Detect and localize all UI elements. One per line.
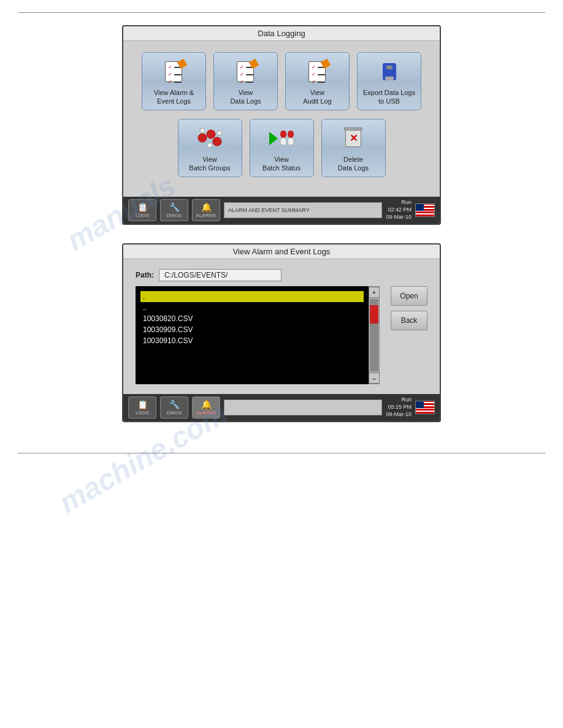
- checklist-icon-2: ✓ ✓ ✓: [234, 60, 258, 83]
- export-usb-btn[interactable]: Export Data Logsto USB: [357, 52, 421, 110]
- file-item-dotdot[interactable]: ..: [140, 302, 364, 313]
- logs-btn[interactable]: 📋 LOGS: [128, 199, 156, 221]
- diags-btn[interactable]: 🔧 DIAGS: [160, 199, 188, 221]
- status-time-2: Run 05:15 PM 09-Mar-10: [386, 396, 412, 418]
- trash-body: ✕: [345, 130, 361, 147]
- file-item-2[interactable]: 10030909.CSV: [140, 324, 364, 335]
- usb-body: [383, 63, 396, 80]
- svg-rect-10: [288, 138, 294, 145]
- cline-8: [318, 74, 325, 75]
- cline-2: [174, 74, 182, 75]
- usb-icon-area: [375, 57, 404, 86]
- check-mark-2: ✓: [168, 72, 172, 77]
- logs-icon: 📋: [137, 202, 148, 212]
- file-list: . .. 10030820.CSV 10030909.CSV 10030910.…: [136, 286, 369, 384]
- path-bar: Path: C:/LOGS/EVENTS/: [136, 269, 427, 281]
- check-mark-9: ✓: [312, 80, 316, 85]
- scroll-up-btn[interactable]: +: [369, 287, 380, 298]
- check-mark-6: ✓: [240, 80, 244, 85]
- usb-plug: [386, 66, 393, 69]
- open-button[interactable]: Open: [391, 286, 427, 306]
- view-batch-groups-btn[interactable]: ViewBatch Groups: [178, 119, 242, 177]
- file-browser-area: . .. 10030820.CSV 10030909.CSV 10030910.…: [136, 286, 427, 384]
- check-line-9: ✓: [312, 80, 325, 85]
- alarm-icon-area: ✓ ✓ ✓: [159, 57, 189, 86]
- logs-icon-2: 📋: [137, 400, 148, 409]
- button-row-2: ViewBatch Groups: [136, 119, 427, 177]
- svg-point-5: [217, 131, 222, 135]
- alarms-btn[interactable]: 🔔 ALARMS: [192, 199, 220, 221]
- view-audit-log-btn[interactable]: ✓ ✓ ✓: [285, 52, 350, 110]
- view-alarm-event-btn[interactable]: ✓ ✓ ✓: [142, 52, 206, 110]
- usb-icon: [378, 60, 401, 83]
- check-lines-2: ✓ ✓ ✓: [240, 65, 253, 85]
- alarms-btn-2[interactable]: 🔔 ALARMS: [192, 396, 220, 419]
- batch-status-icon-area: [267, 124, 296, 153]
- flag-icon-1: [415, 203, 435, 217]
- cline-5: [246, 74, 253, 75]
- usb-connector: [385, 77, 394, 80]
- svg-point-2: [213, 137, 221, 146]
- status-time-1: Run 02:42 PM 09-Mar-10: [386, 199, 412, 221]
- svg-rect-8: [280, 138, 286, 145]
- data-logs-icon-area: ✓ ✓ ✓: [231, 57, 261, 86]
- batch-status-icon: [268, 126, 295, 151]
- svg-rect-7: [280, 131, 286, 138]
- check-mark-7: ✓: [312, 65, 316, 70]
- scroll-track: [370, 299, 378, 371]
- check-line-5: ✓: [240, 72, 253, 77]
- check-line-3: ✓: [168, 80, 182, 85]
- side-buttons: Open Back: [391, 286, 427, 384]
- file-item-dot[interactable]: .: [140, 291, 364, 302]
- checklist-icon-3: ✓ ✓ ✓: [306, 60, 329, 83]
- screen1-statusbar: 📋 LOGS 🔧 DIAGS 🔔 ALARMS ALARM AND EVENT …: [123, 197, 440, 224]
- check-line-2: ✓: [168, 72, 182, 77]
- check-mark-1: ✓: [168, 65, 172, 70]
- audit-log-btn-label: ViewAudit Log: [303, 89, 331, 105]
- flag-icon-2: [415, 401, 435, 414]
- file-item-3[interactable]: 10030910.CSV: [140, 335, 364, 346]
- molecule-icon: [196, 126, 223, 151]
- audit-log-icon-area: ✓ ✓ ✓: [303, 57, 332, 86]
- diags-icon: 🔧: [169, 202, 180, 212]
- export-usb-btn-label: Export Data Logsto USB: [363, 89, 415, 105]
- check-mark-5: ✓: [240, 72, 244, 77]
- back-button[interactable]: Back: [391, 311, 427, 330]
- button-row-1: ✓ ✓ ✓: [136, 52, 427, 110]
- file-item-1[interactable]: 10030820.CSV: [140, 313, 364, 324]
- screen1-panel: Data Logging ✓: [122, 25, 441, 225]
- delete-icon-area: ✕: [339, 124, 368, 153]
- diags-btn-2[interactable]: 🔧 DIAGS: [160, 396, 188, 419]
- alarm-btn-label: View Alarm & Event Logs: [146, 89, 202, 105]
- flag-canton-1: [416, 204, 424, 211]
- scrollbar[interactable]: + –: [369, 286, 380, 384]
- svg-point-1: [207, 130, 215, 138]
- check-lines: ✓ ✓ ✓: [168, 65, 182, 85]
- batch-groups-icon-area: [195, 124, 224, 153]
- top-rule: [18, 12, 545, 13]
- screen2-content: Path: C:/LOGS/EVENTS/ . .. 10030820.CSV …: [123, 259, 440, 394]
- alarms-icon: 🔔: [201, 202, 212, 212]
- svg-rect-9: [288, 131, 294, 138]
- svg-point-3: [200, 128, 205, 133]
- flag-canton-2: [416, 401, 424, 408]
- delete-data-logs-btn[interactable]: ✕ DeleteData Logs: [321, 119, 386, 177]
- bottom-rule: [18, 453, 545, 453]
- cline-3: [174, 82, 182, 83]
- cline-9: [318, 82, 325, 83]
- check-mark-4: ✓: [240, 65, 244, 70]
- svg-marker-6: [269, 132, 278, 145]
- path-label: Path:: [136, 271, 154, 279]
- path-value: C:/LOGS/EVENTS/: [159, 269, 282, 281]
- view-batch-status-btn[interactable]: ViewBatch Status: [250, 119, 314, 177]
- svg-point-0: [198, 134, 207, 142]
- view-data-logs-btn[interactable]: ✓ ✓ ✓: [213, 52, 278, 110]
- screen1-content: ✓ ✓ ✓: [123, 41, 440, 197]
- status-message-2: [224, 400, 382, 415]
- scroll-down-btn[interactable]: –: [369, 373, 380, 384]
- check-lines-3: ✓ ✓ ✓: [312, 65, 325, 85]
- logs-btn-2[interactable]: 📋 LOGS: [128, 396, 156, 419]
- check-line-8: ✓: [312, 72, 325, 77]
- screen2-statusbar: 📋 LOGS 🔧 DIAGS 🔔 ALARMS Run 05:15 PM 09-…: [123, 394, 440, 421]
- scroll-thumb: [370, 305, 378, 324]
